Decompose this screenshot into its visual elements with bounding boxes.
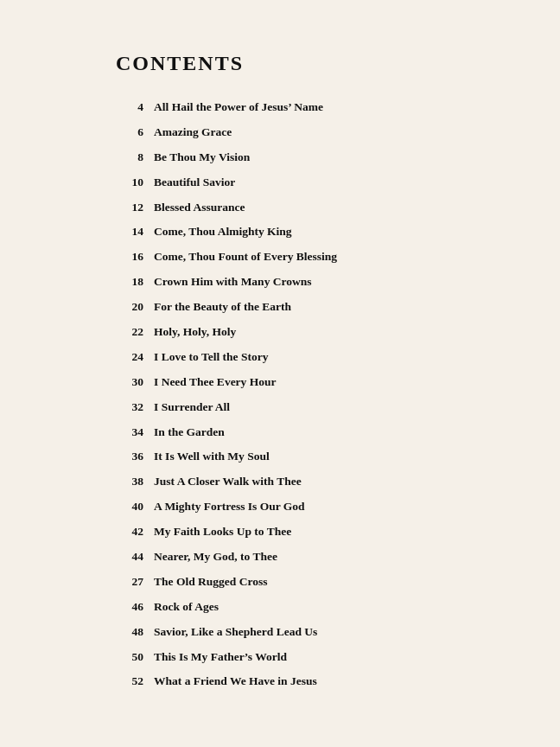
list-item: 27The Old Rugged Cross [116,574,479,591]
song-title: What a Friend We Have in Jesus [154,674,317,690]
list-item: 46Rock of Ages [116,599,479,616]
song-title: Come, Thou Almighty King [154,224,292,240]
list-item: 30I Need Thee Every Hour [116,374,479,391]
list-item: 16Come, Thou Fount of Every Blessing [116,249,479,265]
page-number: 8 [116,150,143,164]
song-title: My Faith Looks Up to Thee [154,524,291,540]
list-item: 40A Mighty Fortress Is Our God [116,499,479,515]
page-number: 6 [116,125,143,139]
song-title: This Is My Father’s World [154,649,287,666]
page-number: 44 [116,550,143,564]
page-number: 14 [116,225,143,239]
page-number: 4 [116,100,143,114]
song-title: For the Beauty of the Earth [154,299,291,316]
song-title: Amazing Grace [154,124,232,141]
page-number: 38 [116,475,143,488]
page-title: CONTENTS [116,52,479,75]
list-item: 34In the Garden [116,425,479,441]
page-number: 22 [116,325,143,339]
list-item: 50This Is My Father’s World [116,649,479,666]
list-item: 14Come, Thou Almighty King [116,224,479,240]
contents-page: CONTENTS 4All Hail the Power of Jesus’ N… [47,0,513,733]
list-item: 22Holy, Holy, Holy [116,324,479,341]
list-item: 8Be Thou My Vision [116,150,479,166]
song-title: Rock of Ages [154,599,219,616]
song-title: Come, Thou Fount of Every Blessing [154,249,337,265]
song-title: Holy, Holy, Holy [154,324,236,341]
song-title: I Need Thee Every Hour [154,374,277,391]
list-item: 36It Is Well with My Soul [116,449,479,465]
page-number: 18 [116,275,143,289]
contents-list: 4All Hail the Power of Jesus’ Name6Amazi… [116,99,479,690]
song-title: I Surrender All [154,399,230,416]
list-item: 12Blessed Assurance [116,200,479,216]
song-title: Beautiful Savior [154,175,235,191]
list-item: 52What a Friend We Have in Jesus [116,674,479,690]
page-number: 42 [116,525,143,539]
song-title: Be Thou My Vision [154,150,250,166]
song-title: Nearer, My God, to Thee [154,549,277,565]
song-title: I Love to Tell the Story [154,349,268,366]
page-number: 50 [116,650,143,664]
song-title: In the Garden [154,425,225,441]
song-title: Savior, Like a Shepherd Lead Us [154,624,317,641]
page-number: 20 [116,300,143,314]
page-number: 48 [116,625,143,639]
page-number: 34 [116,425,143,439]
list-item: 18Crown Him with Many Crowns [116,274,479,290]
list-item: 20For the Beauty of the Earth [116,299,479,316]
page-number: 36 [116,450,143,463]
list-item: 44Nearer, My God, to Thee [116,549,479,565]
list-item: 42My Faith Looks Up to Thee [116,524,479,540]
page-number: 16 [116,250,143,264]
page-number: 40 [116,500,143,514]
song-title: All Hail the Power of Jesus’ Name [154,99,323,116]
page-number: 46 [116,600,143,614]
list-item: 38Just A Closer Walk with Thee [116,474,479,490]
list-item: 4All Hail the Power of Jesus’ Name [116,99,479,116]
page-number: 10 [116,176,143,189]
list-item: 48Savior, Like a Shepherd Lead Us [116,624,479,641]
song-title: It Is Well with My Soul [154,449,270,465]
page-number: 12 [116,201,143,214]
list-item: 6Amazing Grace [116,124,479,141]
song-title: A Mighty Fortress Is Our God [154,499,305,515]
list-item: 24I Love to Tell the Story [116,349,479,366]
page-number: 27 [116,575,143,589]
song-title: Just A Closer Walk with Thee [154,474,302,490]
song-title: Blessed Assurance [154,200,245,216]
page-number: 52 [116,674,143,688]
song-title: Crown Him with Many Crowns [154,274,312,290]
page-number: 30 [116,375,143,389]
list-item: 32I Surrender All [116,399,479,416]
song-title: The Old Rugged Cross [154,574,267,591]
page-number: 32 [116,400,143,414]
list-item: 10Beautiful Savior [116,175,479,191]
page-number: 24 [116,350,143,364]
